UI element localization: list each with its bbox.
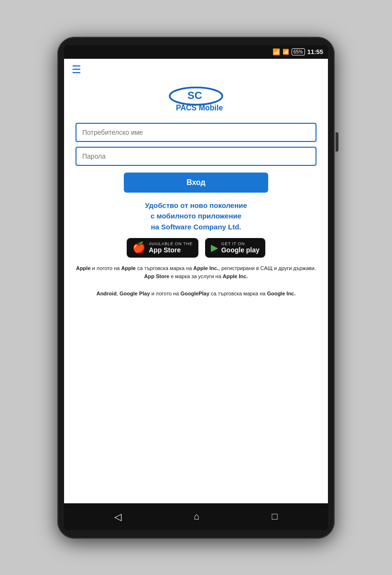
google-play-button[interactable]: ▶ GET IT ON Google play xyxy=(205,238,265,258)
nav-bar: ◁ ⌂ □ xyxy=(64,503,328,530)
login-form: Вход xyxy=(64,123,328,193)
login-button[interactable]: Вход xyxy=(124,173,268,193)
battery-indicator: 65% xyxy=(292,48,305,55)
app-screen: ☰ SC PACS Mobile Вход xyxy=(64,59,328,503)
status-bar: 📶 📶 65% 11:55 xyxy=(64,45,328,59)
legal-apple: Apple и логото на Apple са търговска мар… xyxy=(74,264,318,281)
wifi-icon: 📶 xyxy=(272,48,280,55)
home-button[interactable]: ⌂ xyxy=(190,507,203,526)
tagline-line2: с мобилното приложение xyxy=(74,211,318,222)
menu-icon[interactable]: ☰ xyxy=(72,65,320,75)
battery-level: 65% xyxy=(294,49,303,54)
google-play-name: Google play xyxy=(221,246,260,254)
app-store-button[interactable]: 🍎 Available on the App Store xyxy=(127,238,198,258)
legal-google: Android, Google Play и логото на GoogleP… xyxy=(74,290,318,298)
logo-svg: SC PACS Mobile xyxy=(153,82,239,115)
app-store-name: App Store xyxy=(149,246,193,254)
store-buttons: 🍎 Available on the App Store ▶ GET IT ON… xyxy=(64,238,328,264)
legal-text: Apple и логото на Apple са търговска мар… xyxy=(64,264,328,305)
logo-area: SC PACS Mobile xyxy=(64,78,328,123)
app-header: ☰ xyxy=(64,59,328,78)
apple-icon: 🍎 xyxy=(132,241,145,254)
tagline: Удобство от ново поколение с мобилното п… xyxy=(64,193,328,239)
signal-icon: 📶 xyxy=(283,49,289,55)
back-button[interactable]: ◁ xyxy=(110,507,125,526)
google-play-sub: GET IT ON xyxy=(221,241,260,246)
recent-apps-button[interactable]: □ xyxy=(268,507,281,526)
tablet-screen: 📶 📶 65% 11:55 ☰ SC xyxy=(64,45,328,530)
side-button xyxy=(336,132,338,152)
status-icons: 📶 📶 65% 11:55 xyxy=(272,48,323,55)
google-play-text: GET IT ON Google play xyxy=(221,241,260,254)
svg-text:PACS Mobile: PACS Mobile xyxy=(176,104,223,112)
tagline-line1: Удобство от ново поколение xyxy=(74,200,318,211)
svg-text:SC: SC xyxy=(187,89,202,101)
password-input[interactable] xyxy=(76,147,316,166)
username-input[interactable] xyxy=(76,123,316,142)
clock: 11:55 xyxy=(307,48,323,55)
app-store-sub: Available on the xyxy=(149,241,193,246)
app-store-text: Available on the App Store xyxy=(149,241,193,254)
tablet-device: 📶 📶 65% 11:55 ☰ SC xyxy=(57,37,335,539)
tagline-line3: на Software Company Ltd. xyxy=(74,222,318,233)
google-play-icon: ▶ xyxy=(211,242,218,253)
